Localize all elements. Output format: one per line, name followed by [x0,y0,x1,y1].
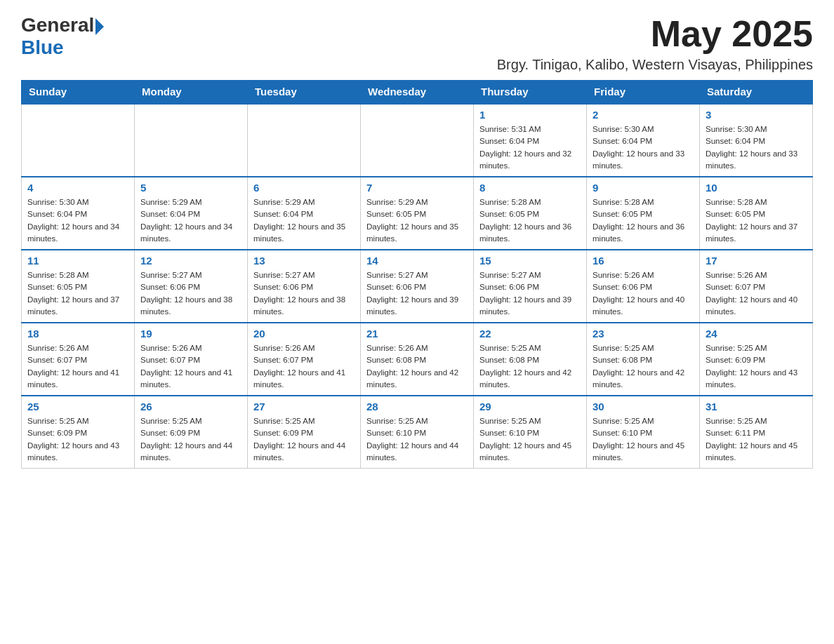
day-info: Sunrise: 5:30 AM Sunset: 6:04 PM Dayligh… [593,123,694,172]
calendar-header-friday: Friday [587,80,700,104]
calendar-header-thursday: Thursday [474,80,587,104]
day-number: 22 [479,328,581,340]
day-number: 12 [140,255,241,267]
calendar-cell: 25Sunrise: 5:25 AM Sunset: 6:09 PM Dayli… [22,396,135,469]
calendar-cell: 16Sunrise: 5:26 AM Sunset: 6:06 PM Dayli… [587,250,700,323]
day-info: Sunrise: 5:25 AM Sunset: 6:09 PM Dayligh… [140,415,241,464]
calendar-cell: 26Sunrise: 5:25 AM Sunset: 6:09 PM Dayli… [135,396,248,469]
day-info: Sunrise: 5:25 AM Sunset: 6:09 PM Dayligh… [27,415,128,464]
day-number: 24 [706,328,807,340]
calendar-cell: 9Sunrise: 5:28 AM Sunset: 6:05 PM Daylig… [587,177,700,250]
day-number: 28 [366,401,468,412]
day-number: 11 [27,255,128,267]
day-info: Sunrise: 5:26 AM Sunset: 6:07 PM Dayligh… [253,342,355,391]
calendar-cell: 12Sunrise: 5:27 AM Sunset: 6:06 PM Dayli… [135,250,248,323]
calendar-cell: 18Sunrise: 5:26 AM Sunset: 6:07 PM Dayli… [22,323,135,396]
calendar-header-wednesday: Wednesday [361,80,474,104]
calendar-cell: 2Sunrise: 5:30 AM Sunset: 6:04 PM Daylig… [587,104,700,177]
day-info: Sunrise: 5:29 AM Sunset: 6:04 PM Dayligh… [140,196,241,245]
day-info: Sunrise: 5:29 AM Sunset: 6:04 PM Dayligh… [253,196,355,245]
day-number: 25 [27,401,128,412]
day-info: Sunrise: 5:25 AM Sunset: 6:08 PM Dayligh… [479,342,581,391]
day-number: 19 [140,328,241,340]
calendar-cell [361,104,474,177]
day-info: Sunrise: 5:25 AM Sunset: 6:10 PM Dayligh… [366,415,468,464]
calendar-cell [248,104,361,177]
day-info: Sunrise: 5:28 AM Sunset: 6:05 PM Dayligh… [27,269,128,318]
calendar-cell: 28Sunrise: 5:25 AM Sunset: 6:10 PM Dayli… [361,396,474,469]
title-section: May 2025 Brgy. Tinigao, Kalibo, Western … [497,14,813,73]
day-info: Sunrise: 5:25 AM Sunset: 6:08 PM Dayligh… [593,342,694,391]
day-info: Sunrise: 5:29 AM Sunset: 6:05 PM Dayligh… [366,196,468,245]
calendar-week-row: 1Sunrise: 5:31 AM Sunset: 6:04 PM Daylig… [22,104,813,177]
day-info: Sunrise: 5:27 AM Sunset: 6:06 PM Dayligh… [253,269,355,318]
calendar-cell: 24Sunrise: 5:25 AM Sunset: 6:09 PM Dayli… [700,323,813,396]
day-number: 7 [366,182,468,194]
logo-arrow-icon [95,18,104,35]
calendar-cell [135,104,248,177]
calendar-cell: 10Sunrise: 5:28 AM Sunset: 6:05 PM Dayli… [700,177,813,250]
day-info: Sunrise: 5:26 AM Sunset: 6:08 PM Dayligh… [366,342,468,391]
day-number: 13 [253,255,355,267]
calendar-cell: 5Sunrise: 5:29 AM Sunset: 6:04 PM Daylig… [135,177,248,250]
day-number: 10 [706,182,807,194]
calendar-header-saturday: Saturday [700,80,813,104]
calendar-cell: 6Sunrise: 5:29 AM Sunset: 6:04 PM Daylig… [248,177,361,250]
day-info: Sunrise: 5:25 AM Sunset: 6:10 PM Dayligh… [593,415,694,464]
day-info: Sunrise: 5:26 AM Sunset: 6:07 PM Dayligh… [27,342,128,391]
calendar-table: SundayMondayTuesdayWednesdayThursdayFrid… [21,80,813,469]
location-subtitle: Brgy. Tinigao, Kalibo, Western Visayas, … [497,57,813,73]
day-number: 1 [479,109,581,121]
day-number: 17 [706,255,807,267]
day-number: 18 [27,328,128,340]
day-info: Sunrise: 5:28 AM Sunset: 6:05 PM Dayligh… [479,196,581,245]
calendar-header-sunday: Sunday [22,80,135,104]
calendar-header-row: SundayMondayTuesdayWednesdayThursdayFrid… [22,80,813,104]
day-number: 6 [253,182,355,194]
day-number: 21 [366,328,468,340]
day-number: 23 [593,328,694,340]
day-number: 26 [140,401,241,412]
day-number: 2 [593,109,694,121]
day-number: 27 [253,401,355,412]
page-header: General Blue May 2025 Brgy. Tinigao, Kal… [21,14,813,73]
day-info: Sunrise: 5:27 AM Sunset: 6:06 PM Dayligh… [479,269,581,318]
calendar-week-row: 4Sunrise: 5:30 AM Sunset: 6:04 PM Daylig… [22,177,813,250]
day-info: Sunrise: 5:27 AM Sunset: 6:06 PM Dayligh… [140,269,241,318]
calendar-cell: 27Sunrise: 5:25 AM Sunset: 6:09 PM Dayli… [248,396,361,469]
day-number: 3 [706,109,807,121]
day-info: Sunrise: 5:26 AM Sunset: 6:07 PM Dayligh… [706,269,807,318]
day-info: Sunrise: 5:27 AM Sunset: 6:06 PM Dayligh… [366,269,468,318]
day-number: 30 [593,401,694,412]
day-number: 9 [593,182,694,194]
calendar-cell: 14Sunrise: 5:27 AM Sunset: 6:06 PM Dayli… [361,250,474,323]
logo-general: General [21,14,94,36]
day-number: 16 [593,255,694,267]
calendar-cell: 30Sunrise: 5:25 AM Sunset: 6:10 PM Dayli… [587,396,700,469]
day-info: Sunrise: 5:28 AM Sunset: 6:05 PM Dayligh… [706,196,807,245]
calendar-cell: 31Sunrise: 5:25 AM Sunset: 6:11 PM Dayli… [700,396,813,469]
calendar-header-monday: Monday [135,80,248,104]
calendar-cell: 19Sunrise: 5:26 AM Sunset: 6:07 PM Dayli… [135,323,248,396]
day-info: Sunrise: 5:31 AM Sunset: 6:04 PM Dayligh… [479,123,581,172]
calendar-week-row: 25Sunrise: 5:25 AM Sunset: 6:09 PM Dayli… [22,396,813,469]
day-number: 31 [706,401,807,412]
day-number: 4 [27,182,128,194]
calendar-cell: 7Sunrise: 5:29 AM Sunset: 6:05 PM Daylig… [361,177,474,250]
calendar-header-tuesday: Tuesday [248,80,361,104]
day-number: 8 [479,182,581,194]
day-info: Sunrise: 5:25 AM Sunset: 6:09 PM Dayligh… [706,342,807,391]
calendar-cell [22,104,135,177]
calendar-cell: 15Sunrise: 5:27 AM Sunset: 6:06 PM Dayli… [474,250,587,323]
day-number: 29 [479,401,581,412]
day-info: Sunrise: 5:26 AM Sunset: 6:06 PM Dayligh… [593,269,694,318]
day-info: Sunrise: 5:28 AM Sunset: 6:05 PM Dayligh… [593,196,694,245]
calendar-cell: 21Sunrise: 5:26 AM Sunset: 6:08 PM Dayli… [361,323,474,396]
calendar-cell: 1Sunrise: 5:31 AM Sunset: 6:04 PM Daylig… [474,104,587,177]
day-info: Sunrise: 5:25 AM Sunset: 6:10 PM Dayligh… [479,415,581,464]
day-info: Sunrise: 5:30 AM Sunset: 6:04 PM Dayligh… [706,123,807,172]
day-info: Sunrise: 5:25 AM Sunset: 6:11 PM Dayligh… [706,415,807,464]
day-info: Sunrise: 5:25 AM Sunset: 6:09 PM Dayligh… [253,415,355,464]
day-number: 20 [253,328,355,340]
calendar-cell: 23Sunrise: 5:25 AM Sunset: 6:08 PM Dayli… [587,323,700,396]
